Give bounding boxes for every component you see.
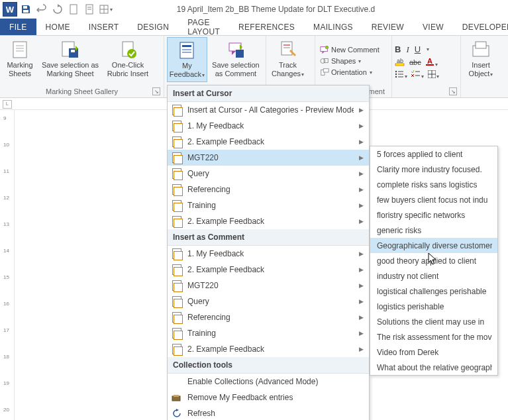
svg-rect-51 xyxy=(172,396,180,401)
table-small-button[interactable]: ▾ xyxy=(428,70,439,80)
menu-item[interactable]: Referencing▶ xyxy=(168,182,369,197)
menu-item[interactable]: Training▶ xyxy=(168,325,369,341)
menu-item[interactable]: Query▶ xyxy=(168,166,369,182)
svg-rect-52 xyxy=(174,395,179,397)
document-pair-icon xyxy=(172,152,182,163)
new-doc-icon[interactable] xyxy=(66,2,81,17)
submenu-item[interactable]: What about the relative geograph xyxy=(370,360,497,375)
menu-item-label: Refresh xyxy=(187,409,364,418)
submenu-item[interactable]: Solutions the client may use in xyxy=(370,314,497,329)
menu-item[interactable]: 2. Example Feedback▶ xyxy=(168,262,369,278)
submenu-item-label: Video from Derek xyxy=(377,348,492,357)
bold-button[interactable]: B xyxy=(395,44,401,54)
svg-point-40 xyxy=(395,73,397,74)
submenu-item[interactable]: good theory applied to client xyxy=(370,253,497,268)
doc-icon[interactable] xyxy=(82,2,97,17)
menu-item[interactable]: Query▶ xyxy=(168,293,369,309)
underline-button[interactable]: U xyxy=(415,44,421,54)
menu-item[interactable]: Remove My Feedback entries xyxy=(168,390,369,405)
submenu-item[interactable]: 5 forces applied to client xyxy=(370,146,497,162)
menu-item[interactable]: 2. Example Feedback▶ xyxy=(168,341,369,357)
tab-file[interactable]: FILE xyxy=(0,19,36,35)
submenu-arrow-icon: ▶ xyxy=(359,123,364,129)
submenu-item[interactable]: Video from Derek xyxy=(370,344,497,360)
submenu-item-label: Clarity more industry focused. xyxy=(377,165,492,174)
svg-rect-35 xyxy=(395,64,404,66)
submenu-item[interactable]: The risk assessment for the move xyxy=(370,329,497,344)
document-pair-icon xyxy=(172,328,182,339)
tab-design[interactable]: DESIGN xyxy=(128,19,178,35)
insert-object-button[interactable]: Insert Object▾ xyxy=(464,37,498,81)
svg-text:ab: ab xyxy=(397,58,403,64)
tab-references[interactable]: REFERENCES xyxy=(229,19,304,35)
group-launcher-icon[interactable]: ↘ xyxy=(449,87,457,95)
menu-item[interactable]: Referencing▶ xyxy=(168,309,369,325)
my-feedback-button[interactable]: My Feedback▾ xyxy=(167,37,207,82)
menu-item[interactable]: MGT220▶ xyxy=(168,150,369,166)
document-pair-icon xyxy=(172,168,182,179)
menu-item[interactable]: 1. My Feedback▶ xyxy=(168,118,369,134)
document-pair-icon xyxy=(172,296,182,307)
font-color-button[interactable]: A▾ xyxy=(425,57,438,68)
tab-review[interactable]: REVIEW xyxy=(362,19,413,35)
bullets-button[interactable]: ▾ xyxy=(395,70,407,80)
group-launcher-icon[interactable]: ↘ xyxy=(152,87,160,95)
menu-item[interactable]: Refresh xyxy=(168,405,369,420)
menu-item[interactable]: Training▶ xyxy=(168,197,369,213)
tab-page-layout[interactable]: PAGE LAYOUT xyxy=(178,19,229,35)
oneclick-rubric-button[interactable]: One-Click Rubric Insert xyxy=(103,37,152,80)
menu-item-label: 1. My Feedback xyxy=(187,249,354,258)
submenu-item[interactable]: few buyers client focus not indu xyxy=(370,192,497,207)
new-comment-button[interactable]: +New Comment xyxy=(318,44,381,55)
none xyxy=(172,376,182,387)
italic-button[interactable]: I xyxy=(406,44,409,55)
submenu-item[interactable]: complete risks sans logistics xyxy=(370,177,497,192)
tab-developer[interactable]: DEVELOPER xyxy=(453,19,508,35)
submenu-item[interactable]: logistics perishable xyxy=(370,299,497,314)
tab-mailings[interactable]: MAILINGS xyxy=(304,19,362,35)
tab-insert[interactable]: INSERT xyxy=(79,19,128,35)
submenu-arrow-icon: ▶ xyxy=(359,250,364,257)
menu-item[interactable]: MGT220▶ xyxy=(168,278,369,293)
strike-button[interactable]: abc xyxy=(409,58,421,66)
tab-view[interactable]: VIEW xyxy=(413,19,453,35)
submenu-item[interactable]: generic risks xyxy=(370,223,497,238)
document-pair-icon xyxy=(172,216,182,227)
submenu-arrow-icon: ▶ xyxy=(359,107,364,113)
track-changes-button[interactable]: Track Changes▾ xyxy=(269,37,307,81)
svg-rect-33 xyxy=(323,69,329,72)
redo-icon[interactable] xyxy=(50,2,65,17)
save-as-comment-button[interactable]: Save selection as Comment xyxy=(209,37,263,80)
remove-icon xyxy=(172,392,182,403)
save-marking-sheet-button[interactable]: Save selection as Marking Sheet xyxy=(38,37,102,80)
menu-item-label: Insert at Cursor - All Categories - Prev… xyxy=(187,105,354,115)
submenu-item-label: Solutions the client may use in xyxy=(377,317,492,327)
submenu-arrow-icon: ▶ xyxy=(359,298,364,305)
shapes-button[interactable]: Shapes▾ xyxy=(318,56,381,66)
menu-item[interactable]: Enable Collections (Advanced Mode) xyxy=(168,374,369,390)
menu-item-label: MGT220 xyxy=(187,153,354,162)
svg-rect-50 xyxy=(476,42,486,48)
menu-item-label: Remove My Feedback entries xyxy=(187,393,364,402)
save-icon[interactable] xyxy=(19,2,33,17)
document-pair-icon xyxy=(172,312,182,323)
undo-icon[interactable] xyxy=(34,2,49,17)
submenu-item[interactable]: floristry specific networks xyxy=(370,207,497,223)
submenu-item[interactable]: industry not client xyxy=(370,268,497,284)
orientation-button[interactable]: Orientation▾ xyxy=(318,67,381,78)
menu-item[interactable]: 2. Example Feedback▶ xyxy=(168,213,369,229)
highlight-button[interactable]: ab xyxy=(395,57,405,68)
submenu-item[interactable]: logistical challenges perishable xyxy=(370,284,497,299)
marking-sheets-button[interactable]: Marking Sheets xyxy=(3,37,37,80)
menu-item[interactable]: 1. My Feedback▶ xyxy=(168,246,369,262)
menu-item[interactable]: 2. Example Feedback▶ xyxy=(168,134,369,150)
submenu-item[interactable]: Geographically diverse customers xyxy=(370,238,497,253)
table-icon[interactable]: ▾ xyxy=(98,2,113,17)
submenu-item-label: generic risks xyxy=(377,226,492,235)
submenu-item[interactable]: Clarity more industry focused. xyxy=(370,162,497,177)
svg-rect-23 xyxy=(236,50,244,58)
submenu-item-label: Geographically diverse customers xyxy=(377,241,492,250)
menu-item[interactable]: Insert at Cursor - All Categories - Prev… xyxy=(168,102,369,118)
checklist-button[interactable]: ▾ xyxy=(411,70,424,80)
tab-home[interactable]: HOME xyxy=(36,19,79,35)
